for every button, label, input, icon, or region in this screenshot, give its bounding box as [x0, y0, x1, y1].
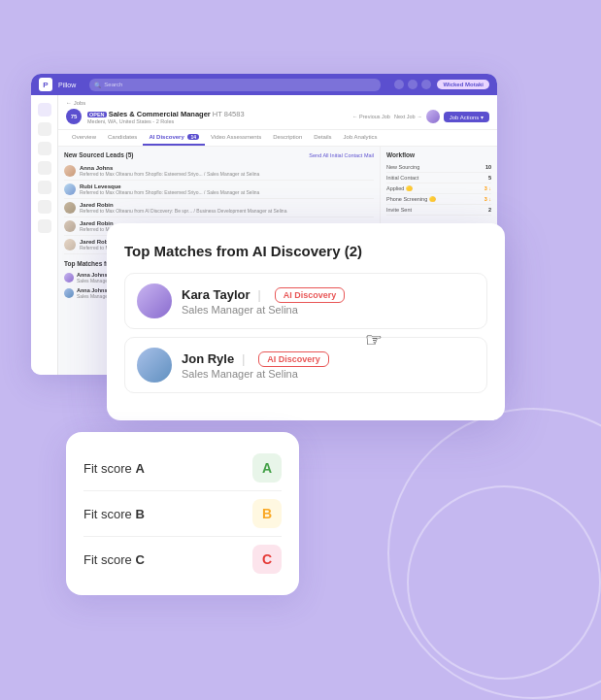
topbar: P Pillow 🔍 Search Wicked Motaki [31, 74, 497, 95]
lead-detail-1: Referred to Max Olteanu from Shopflo: Es… [80, 171, 374, 177]
match-role-jon: Sales Manager at Selina [182, 368, 475, 380]
fit-row-a: Fit score A A [83, 446, 282, 491]
workflow-label-applied: Applied 🟡 [386, 185, 413, 191]
search-placeholder: Search [104, 82, 122, 87]
job-actions-button[interactable]: Job Actions ▾ [444, 112, 489, 122]
lead-row[interactable]: Anna Johns Referred to Max Olteanu from … [64, 162, 374, 181]
divider-1: | [258, 288, 261, 302]
sidebar-item-analytics[interactable] [38, 219, 51, 233]
fit-row-b: Fit score B B [83, 491, 282, 537]
workflow-count-invite: 2 [488, 207, 491, 213]
lead-info-3: Jared Robin Referred to Max Olteanu from… [80, 202, 374, 214]
workflow-row-sourcing: New Sourcing 10 [386, 162, 491, 173]
lead-row[interactable]: Rubi Levesque Referred to Max Olteanu fr… [64, 181, 374, 199]
send-contact-mail-button[interactable]: Send All Initial Contact Mail [309, 152, 374, 158]
tab-job-analytics[interactable]: Job Analytics [338, 130, 384, 146]
fit-score-card: Fit score A A Fit score B B Fit score C … [66, 432, 299, 595]
workflow-label-sourcing: New Sourcing [386, 164, 419, 170]
workflow-row-contact: Initial Contact 5 [386, 173, 491, 183]
workflow-label-contact: Initial Contact [386, 175, 418, 181]
fit-badge-c: C [252, 545, 282, 574]
tm-avatar-2 [64, 288, 74, 298]
app-logo: P [39, 78, 52, 91]
search-bar[interactable]: 🔍 Search [89, 79, 381, 91]
modal-title: Top Matches from AI Discovery (2) [124, 243, 487, 259]
tm-avatar-1 [64, 273, 74, 283]
match-info-kara: Kara Taylor | AI Discovery Sales Manager… [182, 287, 475, 316]
tab-candidates[interactable]: Candidates [102, 130, 143, 146]
sidebar-item-settings[interactable] [38, 181, 51, 194]
workflow-count-contact: 5 [488, 175, 491, 181]
job-actions: ← Previous Job Next Job → Job Actions ▾ [352, 110, 489, 123]
lead-detail-3: Referred to Max Olteanu from Al Discover… [80, 208, 374, 214]
workflow-count-screening: 3 ↓ [484, 196, 491, 202]
workflow-row-screening: Phone Screening 🟡 3 ↓ [386, 194, 491, 205]
sidebar-item-reports[interactable] [38, 161, 51, 175]
lead-avatar-5 [64, 239, 76, 250]
bg-decoration-1 [387, 408, 601, 699]
lead-avatar-3 [64, 202, 76, 214]
top-matches-modal: Top Matches from AI Discovery (2) Kara T… [107, 223, 505, 420]
fit-badge-a: A [252, 453, 282, 483]
job-location: Medeni, WA, United States - 2 Roles [87, 118, 245, 124]
topbar-icons [394, 80, 431, 89]
help-icon[interactable] [421, 80, 431, 89]
search-icon: 🔍 [94, 82, 101, 88]
workflow-row-applied: Applied 🟡 3 ↓ [386, 183, 491, 194]
lead-row[interactable]: Jared Robin Referred to Max Olteanu from… [64, 199, 374, 217]
lead-avatar-4 [64, 220, 76, 232]
tab-overview[interactable]: Overview [66, 130, 102, 146]
match-badge-jon: AI Discovery [258, 351, 329, 367]
sidebar-item-messages[interactable] [38, 200, 51, 214]
nav-title: Pillow [58, 82, 76, 88]
next-job-button[interactable]: Next Job → [394, 114, 422, 119]
fit-label-a: Fit score A [83, 461, 145, 476]
lead-detail-2: Referred to Max Olteanu from Shopflo: Es… [80, 189, 374, 195]
tab-description[interactable]: Description [267, 130, 308, 146]
match-avatar-jon [137, 348, 172, 383]
tab-video-assessments[interactable]: Video Assessments [205, 130, 267, 146]
job-id: HT 84583 [213, 110, 245, 118]
fit-row-c: Fit score C C [83, 537, 282, 582]
tab-ai-discovery[interactable]: AI Discovery 14 [143, 130, 205, 146]
lead-info-1: Anna Johns Referred to Max Olteanu from … [80, 165, 374, 177]
match-name-jon: Jon Ryle [182, 351, 234, 366]
workflow-title: Workflow [386, 151, 491, 158]
match-card-2[interactable]: Jon Ryle | AI Discovery Sales Manager at… [124, 337, 487, 393]
notification-icon[interactable] [394, 80, 404, 89]
job-title-text: Sales & Commercial Manager [109, 110, 211, 118]
job-title-name: OPEN Sales & Commercial Manager HT 84583 [87, 110, 245, 118]
match-badge-kara: AI Discovery [275, 287, 346, 303]
job-status-badge: OPEN [87, 112, 107, 117]
user-menu[interactable]: Wicked Motaki [437, 80, 489, 89]
lead-info-2: Rubi Levesque Referred to Max Olteanu fr… [80, 183, 374, 195]
workflow-count-applied: 3 ↓ [484, 185, 491, 191]
job-avatar [426, 110, 440, 123]
fit-label-b: Fit score B [83, 507, 145, 521]
match-name-kara: Kara Taylor [182, 287, 250, 302]
settings-icon[interactable] [408, 80, 417, 89]
workflow-label-invite: Invite Sent [386, 207, 412, 213]
fit-label-c: Fit score C [83, 552, 145, 567]
match-role-kara: Sales Manager at Selina [182, 304, 475, 316]
leads-section-header: New Sourced Leads (5) Send All Initial C… [64, 151, 374, 158]
breadcrumb-jobs[interactable]: ← Jobs [66, 100, 85, 106]
workflow-label-screening: Phone Screening 🟡 [386, 196, 436, 202]
lead-avatar-1 [64, 165, 76, 177]
workflow-row-invite: Invite Sent 2 [386, 205, 491, 216]
prev-job-button[interactable]: ← Previous Job [352, 114, 390, 119]
job-header: ← Jobs 75 OPEN Sales & Commercial Manage… [58, 95, 497, 130]
sidebar-item-home[interactable] [38, 103, 51, 117]
breadcrumb: ← Jobs [66, 100, 489, 106]
ai-discovery-badge: 14 [187, 134, 199, 140]
match-avatar-kara [137, 283, 172, 318]
leads-section-title: New Sourced Leads (5) [64, 151, 134, 158]
sidebar-item-candidates[interactable] [38, 142, 51, 155]
sidebar [31, 95, 58, 375]
match-card-1[interactable]: Kara Taylor | AI Discovery Sales Manager… [124, 273, 487, 329]
job-score-badge: 75 [66, 109, 82, 124]
tab-details[interactable]: Details [308, 130, 337, 146]
match-info-jon: Jon Ryle | AI Discovery Sales Manager at… [182, 351, 475, 380]
divider-2: | [242, 352, 245, 366]
sidebar-item-jobs[interactable] [38, 122, 51, 136]
